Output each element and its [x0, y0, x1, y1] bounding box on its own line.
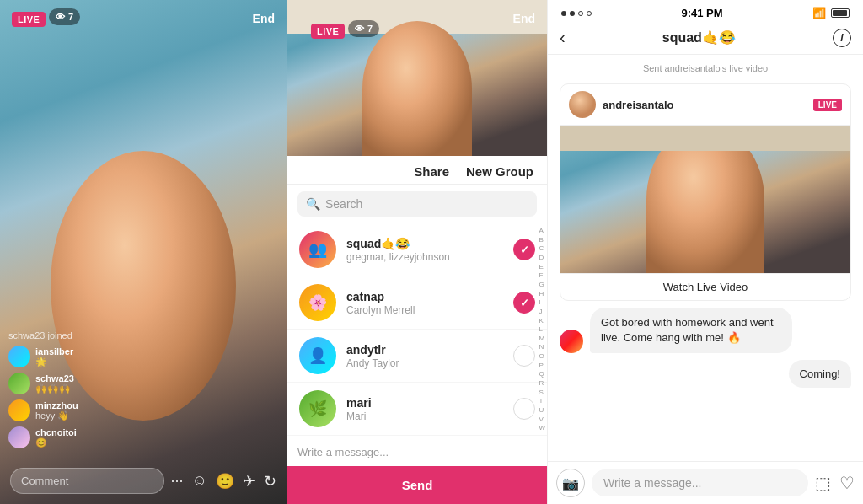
- live-badge: LIVE: [12, 12, 46, 27]
- alpha-u: U: [539, 406, 545, 415]
- checkmark-icon: ✓: [520, 297, 529, 309]
- live-card-image: [560, 126, 850, 273]
- contact-avatar: 🌸: [299, 284, 336, 321]
- contact-item-squad[interactable]: 👥 squad🤙😂 gregmar, lizzeyjohnson ✓: [287, 223, 547, 276]
- alpha-l: L: [539, 325, 545, 334]
- panel-live: LIVE 👁 7 End schwa23 joined iansilber 🌟 …: [0, 0, 287, 504]
- contact-check[interactable]: [513, 345, 535, 367]
- join-notification: schwa23 joined: [8, 330, 78, 340]
- emoji-icon[interactable]: ☺: [192, 472, 207, 490]
- face-icon[interactable]: 🙂: [216, 472, 234, 491]
- signal-dot-2: [570, 11, 575, 16]
- live-card-header: andreisantalo LIVE: [560, 84, 850, 126]
- live-bottom-bar: Comment ··· ☺ 🙂 ✈ ↻: [10, 468, 276, 494]
- share-face: [362, 21, 472, 156]
- new-group-button[interactable]: New Group: [466, 164, 533, 179]
- status-time: 9:41 PM: [681, 7, 722, 19]
- alpha-p: P: [539, 362, 545, 370]
- search-icon: 🔍: [306, 197, 320, 211]
- share-preview-video: LIVE 👁 7 End: [287, 0, 547, 156]
- signal-dot-4: [587, 11, 592, 16]
- contact-sub: gregmar, lizzeyjohnson: [346, 251, 503, 263]
- commenter-avatar: [8, 426, 30, 448]
- contact-sub: Andy Taylor: [346, 357, 503, 369]
- commenter-name: minzzhou: [35, 400, 78, 410]
- send-button[interactable]: Send: [287, 466, 547, 504]
- share-button[interactable]: Share: [414, 164, 449, 179]
- more-icon[interactable]: ···: [171, 472, 184, 490]
- incoming-message: Got bored with homework and went live. C…: [590, 308, 792, 353]
- alpha-w: W: [539, 424, 545, 432]
- contact-check[interactable]: ✓: [513, 292, 535, 314]
- commenter-avatar: [8, 346, 30, 367]
- alpha-n: N: [539, 343, 545, 351]
- back-button[interactable]: ‹: [560, 28, 566, 47]
- end-button[interactable]: End: [253, 12, 275, 25]
- bottom-icons: ··· ☺ 🙂 ✈ ↻: [171, 472, 276, 491]
- contact-info: catnap Carolyn Merrell: [346, 290, 503, 316]
- contact-check[interactable]: [513, 398, 535, 420]
- alpha-c: C: [539, 244, 545, 253]
- face-image: [51, 151, 236, 421]
- contact-name: andytlr: [346, 343, 503, 357]
- chat-input[interactable]: Write a message...: [592, 469, 808, 496]
- comment-input[interactable]: Comment: [10, 468, 164, 494]
- contact-check[interactable]: ✓: [513, 239, 535, 260]
- send-icon[interactable]: ✈: [243, 472, 255, 491]
- alpha-v: V: [539, 416, 545, 424]
- wifi-icon: 📶: [812, 7, 826, 19]
- comment-text-wrap: iansilber 🌟: [35, 346, 73, 367]
- share-end-button[interactable]: End: [513, 12, 535, 25]
- alpha-j: J: [539, 308, 545, 316]
- alpha-h: H: [539, 290, 545, 298]
- alpha-o: O: [539, 352, 545, 361]
- share-viewer-count: 7: [367, 24, 373, 34]
- comment-text-wrap: schwa23 🙌🙌🙌: [35, 373, 74, 394]
- refresh-icon[interactable]: ↻: [264, 472, 276, 491]
- contact-item-catnap[interactable]: 🌸 catnap Carolyn Merrell ✓: [287, 276, 547, 330]
- status-right-icons: 📶: [812, 7, 850, 19]
- chat-action-icons: ⬚ ♡: [815, 473, 855, 493]
- info-button[interactable]: i: [833, 29, 851, 47]
- commenter-message: 🙌🙌🙌: [35, 383, 74, 394]
- alpha-e: E: [539, 263, 545, 271]
- comment-item: chcnoitoi 😊: [8, 426, 78, 448]
- commenter-avatar: [8, 373, 30, 394]
- signal-dots: [561, 11, 592, 16]
- alpha-m: M: [539, 335, 545, 343]
- avatar-photo: [569, 91, 596, 118]
- alphabet-sidebar: A B C D E F G H I J K L M N O P Q R S T …: [539, 223, 545, 437]
- comment-text-wrap: minzzhou heyy 👋: [35, 400, 78, 421]
- search-placeholder: Search: [325, 197, 362, 211]
- message-input-row: Write a message...: [287, 437, 547, 466]
- comment-text-wrap: chcnoitoi 😊: [35, 427, 77, 448]
- camera-button[interactable]: 📷: [556, 469, 585, 497]
- live-card-avatar: [569, 91, 596, 118]
- photo-icon[interactable]: ⬚: [815, 473, 831, 493]
- checkmark-icon: ✓: [520, 244, 529, 256]
- comment-item: iansilber 🌟: [8, 346, 78, 367]
- share-viewers-badge: 👁 7: [348, 20, 379, 37]
- contact-list: 👥 squad🤙😂 gregmar, lizzeyjohnson ✓ 🌸 cat…: [287, 223, 547, 437]
- live-card-footer[interactable]: Watch Live Video: [560, 273, 850, 300]
- contact-item-mari[interactable]: 🌿 mari Mari: [287, 383, 547, 436]
- message-input[interactable]: Write a message...: [297, 446, 389, 458]
- alpha-d: D: [539, 254, 545, 262]
- live-card-username: andreisantalo: [603, 99, 807, 111]
- signal-dot-1: [561, 11, 566, 16]
- eye-icon: 👁: [355, 24, 364, 34]
- alpha-g: G: [539, 281, 545, 289]
- contact-item-justinaguilar[interactable]: 👤 justinaguilar Justin Aguilar: [287, 436, 547, 437]
- contact-sub: Carolyn Merrell: [346, 304, 503, 316]
- battery-icon: [831, 8, 850, 18]
- contact-name: squad🤙😂: [346, 237, 503, 250]
- battery-fill: [833, 10, 847, 16]
- bubble-avatar: [560, 330, 583, 353]
- status-bar: 9:41 PM 📶: [548, 0, 863, 23]
- alpha-q: Q: [539, 370, 545, 378]
- search-bar[interactable]: 🔍 Search: [297, 191, 537, 217]
- contact-sub: Mari: [346, 410, 503, 422]
- heart-icon[interactable]: ♡: [839, 473, 855, 493]
- live-video-card[interactable]: andreisantalo LIVE Watch Live Video: [560, 83, 851, 301]
- contact-item-andytlr[interactable]: 👤 andytlr Andy Taylor: [287, 330, 547, 383]
